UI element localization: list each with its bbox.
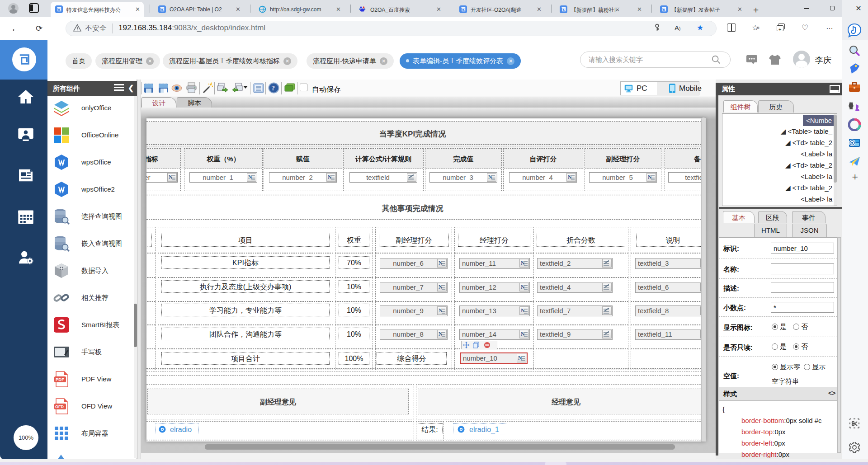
svg-text:PDF: PDF [56, 377, 64, 382]
svg-text:OFD: OFD [55, 404, 64, 409]
svg-text:?: ? [272, 85, 275, 92]
